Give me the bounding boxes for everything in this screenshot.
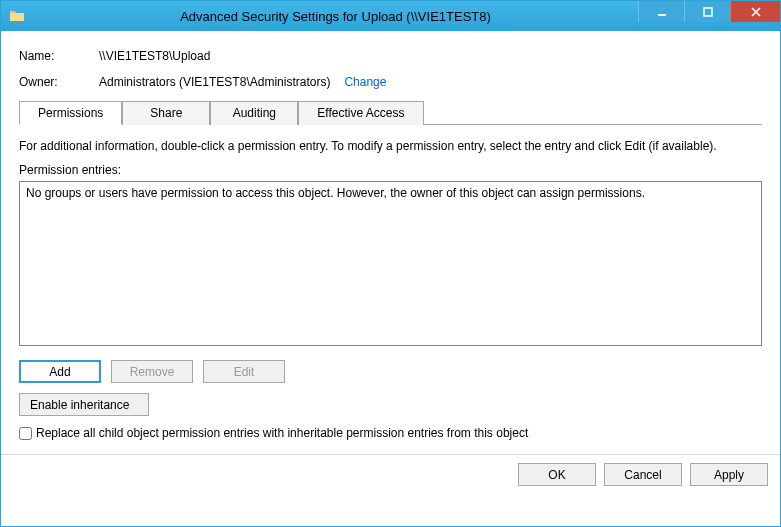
replace-children-checkbox[interactable] bbox=[19, 427, 32, 440]
permission-entries-label: Permission entries: bbox=[19, 163, 762, 177]
tab-strip: Permissions Share Auditing Effective Acc… bbox=[19, 101, 762, 125]
close-button[interactable] bbox=[730, 1, 780, 22]
permission-entries-list[interactable]: No groups or users have permission to ac… bbox=[19, 181, 762, 346]
dialog-buttons: OK Cancel Apply bbox=[1, 463, 780, 498]
maximize-button[interactable] bbox=[684, 1, 730, 22]
change-owner-link[interactable]: Change bbox=[344, 75, 386, 89]
minimize-button[interactable] bbox=[638, 1, 684, 22]
enable-inheritance-button[interactable]: Enable inheritance bbox=[19, 393, 149, 416]
info-text: For additional information, double-click… bbox=[19, 139, 762, 153]
add-button[interactable]: Add bbox=[19, 360, 101, 383]
svg-rect-0 bbox=[658, 14, 666, 16]
separator bbox=[1, 454, 780, 455]
dialog-content: Name: \\VIE1TEST8\Upload Owner: Administ… bbox=[1, 31, 780, 455]
tab-share[interactable]: Share bbox=[122, 101, 210, 125]
titlebar: Advanced Security Settings for Upload (\… bbox=[1, 1, 780, 31]
window-title: Advanced Security Settings for Upload (\… bbox=[31, 9, 640, 24]
folder-icon bbox=[9, 8, 25, 24]
edit-button[interactable]: Edit bbox=[203, 360, 285, 383]
replace-children-label[interactable]: Replace all child object permission entr… bbox=[36, 426, 528, 440]
entry-buttons-row: Add Remove Edit bbox=[19, 360, 762, 383]
permission-entries-empty-text: No groups or users have permission to ac… bbox=[26, 186, 645, 200]
replace-checkbox-row: Replace all child object permission entr… bbox=[19, 426, 762, 440]
apply-button[interactable]: Apply bbox=[690, 463, 768, 486]
name-label: Name: bbox=[19, 49, 99, 63]
ok-button[interactable]: OK bbox=[518, 463, 596, 486]
tab-permissions[interactable]: Permissions bbox=[19, 101, 122, 125]
tab-auditing[interactable]: Auditing bbox=[210, 101, 298, 125]
name-row: Name: \\VIE1TEST8\Upload bbox=[19, 49, 762, 63]
remove-button[interactable]: Remove bbox=[111, 360, 193, 383]
owner-value: Administrators (VIE1TEST8\Administrators… bbox=[99, 75, 330, 89]
owner-row: Owner: Administrators (VIE1TEST8\Adminis… bbox=[19, 75, 762, 89]
tab-effective-access[interactable]: Effective Access bbox=[298, 101, 423, 125]
window-controls bbox=[638, 1, 780, 22]
svg-rect-1 bbox=[704, 8, 712, 16]
inheritance-row: Enable inheritance bbox=[19, 393, 762, 416]
name-value: \\VIE1TEST8\Upload bbox=[99, 49, 210, 63]
owner-label: Owner: bbox=[19, 75, 99, 89]
cancel-button[interactable]: Cancel bbox=[604, 463, 682, 486]
